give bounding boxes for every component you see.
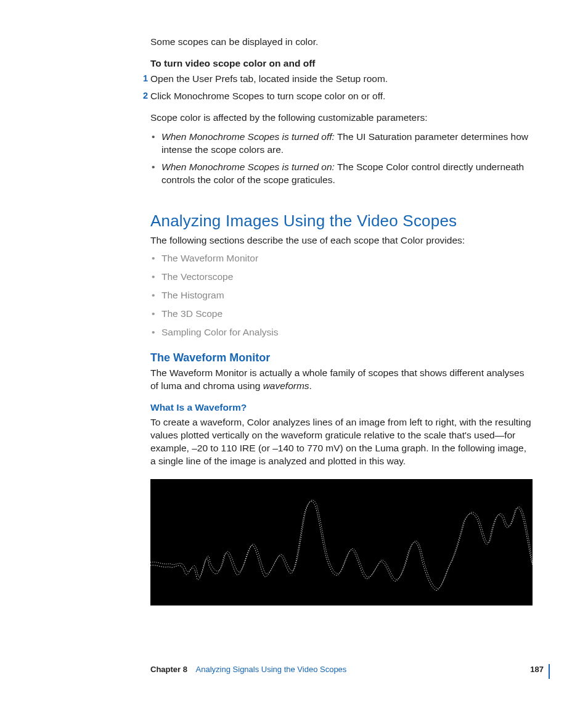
toc-item: •Sampling Color for Analysis (150, 326, 533, 339)
step-text: Click Monochrome Scopes to turn scope co… (150, 91, 385, 101)
toc-item: •The 3D Scope (150, 308, 533, 321)
toc-item: •The Waveform Monitor (150, 252, 533, 265)
list-item: • When Monochrome Scopes is turned off: … (150, 131, 533, 157)
page-number: 187 (530, 664, 544, 675)
toc-item: •The Vectorscope (150, 271, 533, 284)
step-1: 1 Open the User Prefs tab, located insid… (150, 73, 533, 86)
bullet-icon: • (152, 271, 155, 284)
step-text: Open the User Prefs tab, located inside … (150, 73, 388, 84)
toc-link[interactable]: The Vectorscope (161, 271, 233, 282)
toc-link[interactable]: The Histogram (161, 290, 224, 300)
chapter-title: Analyzing Signals Using the Video Scopes (196, 665, 347, 674)
step-2: 2 Click Monochrome Scopes to turn scope … (150, 90, 533, 103)
toc-link[interactable]: The Waveform Monitor (161, 253, 258, 263)
toc-link[interactable]: The 3D Scope (161, 308, 223, 319)
task-heading: To turn video scope color on and off (150, 57, 533, 70)
bullet-list: • When Monochrome Scopes is turned off: … (150, 131, 533, 187)
toc-link[interactable]: Sampling Color for Analysis (161, 327, 279, 337)
bullet-icon: • (152, 161, 155, 174)
footer-divider (549, 664, 550, 679)
step-number: 2 (138, 90, 148, 102)
page-footer: Chapter 8 Analyzing Signals Using the Vi… (150, 664, 544, 675)
chapter-label: Chapter 8 (150, 665, 187, 674)
body-text: Some scopes can be displayed in color. (150, 36, 533, 49)
bullet-icon: • (152, 308, 155, 321)
waveform-image (150, 479, 533, 605)
bullet-lead: When Monochrome Scopes is turned on: (161, 162, 335, 172)
bullet-icon: • (152, 252, 155, 265)
body-text: To create a waveform, Color analyzes lin… (150, 416, 533, 468)
section-heading: Analyzing Images Using the Video Scopes (150, 210, 533, 232)
bullet-icon: • (152, 131, 155, 144)
subsubsection-heading: What Is a Waveform? (150, 401, 533, 414)
subsection-heading: The Waveform Monitor (150, 350, 533, 365)
toc-item: •The Histogram (150, 289, 533, 302)
bullet-lead: When Monochrome Scopes is turned off: (161, 131, 335, 142)
step-number: 1 (138, 73, 148, 85)
body-text: The following sections describe the use … (150, 234, 533, 247)
body-text: Scope color is affected by the following… (150, 112, 533, 125)
list-item: • When Monochrome Scopes is turned on: T… (150, 161, 533, 187)
body-text: The Waveform Monitor is actually a whole… (150, 367, 533, 393)
toc-list: •The Waveform Monitor •The Vectorscope •… (150, 252, 533, 339)
bullet-icon: • (152, 289, 155, 302)
bullet-icon: • (152, 326, 155, 339)
